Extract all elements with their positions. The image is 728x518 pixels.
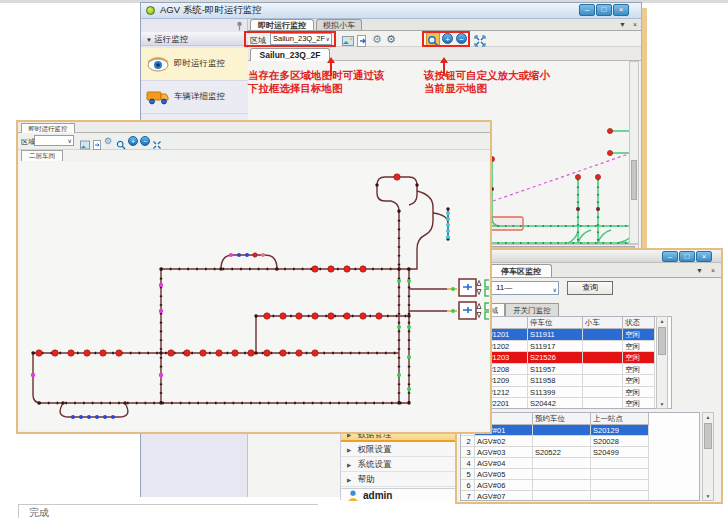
query-button[interactable]: 查询 xyxy=(567,281,613,295)
current-user-row[interactable]: admin xyxy=(341,488,461,501)
row-index: 5 xyxy=(461,469,475,480)
annotation-line: 该按钮可自定义放大或缩小 xyxy=(424,69,550,82)
parking-row-1[interactable]: Parking#1201 S11911 空闲 xyxy=(461,329,671,341)
tab-map-floor2[interactable]: 二层车间 xyxy=(21,150,63,161)
cell: 空闲 xyxy=(623,375,655,387)
subtab-door-monitor[interactable]: 开关门监控 xyxy=(505,303,559,316)
parking-titlebar[interactable]: – □ × xyxy=(457,250,721,263)
annotation-box-dropdown xyxy=(244,31,336,47)
image-icon[interactable] xyxy=(80,136,90,146)
panel-collapse-icon[interactable]: ▼ xyxy=(696,267,703,274)
window-title: AGV 系统-即时运行监控 xyxy=(160,4,262,17)
minimize-button[interactable]: – xyxy=(579,4,595,16)
cart-row-2[interactable]: 2 AGV#02 S20028 xyxy=(461,436,699,447)
truck-icon xyxy=(145,86,171,108)
cell xyxy=(591,491,649,501)
annotation-line: 当存在多区域地图时可通过该 xyxy=(248,69,385,82)
region-dropdown[interactable]: ∨ xyxy=(34,135,74,146)
col-reserved-spot: 预约车位 xyxy=(533,413,591,425)
sidebar-item-realtime-monitor[interactable]: 即时运行监控 xyxy=(141,48,248,81)
tab-realtime-monitor[interactable]: 即时运行监控 xyxy=(250,19,314,30)
parking-row-6[interactable]: Parking#1212 S11399 空闲 xyxy=(461,387,671,399)
panel-close-icon[interactable]: × xyxy=(711,267,715,274)
row-index: 6 xyxy=(461,480,475,491)
parking-row-5[interactable]: Parking#1209 S11958 空闲 xyxy=(461,375,671,387)
cart-row-5[interactable]: 5 AGV#05 xyxy=(461,469,699,480)
cell: AGV#03 xyxy=(475,447,533,458)
cell xyxy=(591,458,649,469)
fit-view-icon[interactable] xyxy=(152,136,162,146)
nav-item-system-settings[interactable]: ▶ 系统设置 xyxy=(341,457,461,472)
cell: S20442 xyxy=(528,398,583,409)
map-vscroll-thumb[interactable] xyxy=(631,160,637,200)
cart-table-scrollbar[interactable]: ▲ ▼ xyxy=(702,412,714,501)
export-icon[interactable] xyxy=(356,33,368,45)
cart-row-6[interactable]: 6 AGV#06 xyxy=(461,480,699,491)
tab-simulated-cart[interactable]: 模拟小车 xyxy=(316,19,362,30)
sidebar-section-header[interactable]: ▼ 运行监控 xyxy=(141,32,248,46)
scroll-thumb[interactable] xyxy=(658,327,666,355)
minimize-button[interactable]: – xyxy=(662,251,678,262)
row-index: 3 xyxy=(461,447,475,458)
col-parking-spot: 停车位 xyxy=(528,317,583,329)
cart-row-1[interactable]: 1 AGV#01 S20129 xyxy=(461,425,699,436)
panel-close-icon[interactable]: × xyxy=(633,21,637,28)
parking-table-scrollbar[interactable]: ▲ ▼ xyxy=(656,316,668,409)
cell: S11958 xyxy=(528,375,583,387)
track-map-canvas[interactable] xyxy=(19,161,489,430)
scroll-down-icon[interactable]: ▼ xyxy=(703,493,713,499)
cart-row-4[interactable]: 4 AGV#04 xyxy=(461,458,699,469)
parking-row-7[interactable]: Parking#2201 S20442 空闲 xyxy=(461,398,671,409)
scroll-up-icon[interactable]: ▲ xyxy=(657,318,667,324)
panel-collapse-icon[interactable]: ▼ xyxy=(619,21,626,28)
zoom-out-icon[interactable]: − xyxy=(140,136,150,146)
maximize-button[interactable]: □ xyxy=(679,251,695,262)
nav-item-permission-settings[interactable]: ▶ 权限设置 xyxy=(341,442,461,457)
close-button[interactable]: × xyxy=(613,4,629,16)
chevron-down-icon: ∨ xyxy=(68,136,72,146)
scroll-down-icon[interactable]: ▼ xyxy=(657,401,667,407)
parking-row-4[interactable]: Parking#1208 S11957 空闲 xyxy=(461,364,671,376)
station-dots xyxy=(36,174,400,356)
cell: S11957 xyxy=(528,364,583,376)
cart-row-3[interactable]: 3 AGV#03 S20522 S20499 xyxy=(461,447,699,458)
magnifier-icon[interactable] xyxy=(116,136,126,146)
zoom-in-icon[interactable]: + xyxy=(128,136,138,146)
tab-parking-monitor[interactable]: 停车区监控 xyxy=(490,264,552,277)
row-index: 7 xyxy=(461,491,475,501)
cell xyxy=(583,387,623,399)
scroll-thumb[interactable] xyxy=(704,423,712,449)
map-vertical-scrollbar[interactable] xyxy=(629,61,639,244)
cart-table-header: 小车 预约车位 上一站点 xyxy=(461,413,699,425)
fit-view-icon[interactable] xyxy=(474,33,486,45)
cart-row-7[interactable]: 7 AGV#07 xyxy=(461,491,699,501)
cell xyxy=(591,469,649,480)
cell: 空闲 xyxy=(623,387,655,399)
nav-item-help[interactable]: ▶ 帮助 xyxy=(341,472,461,487)
parking-row-3[interactable]: Parking#1203 S21526 空闲 xyxy=(461,352,671,364)
elevator-icon-2 xyxy=(459,302,489,319)
main-titlebar[interactable]: AGV 系统-即时运行监控 – □ × xyxy=(141,3,641,19)
gear-icon[interactable]: ⚙ xyxy=(372,33,384,45)
cell xyxy=(533,425,591,436)
sidebar-item-vehicle-detail[interactable]: 车辆详细监控 xyxy=(141,81,248,114)
tab-realtime-monitor[interactable]: 即时运行监控 xyxy=(21,123,75,133)
scroll-up-icon[interactable]: ▲ xyxy=(703,414,713,420)
gear-icon-2[interactable]: ⚙ xyxy=(386,33,398,45)
pin-icon[interactable] xyxy=(235,21,244,31)
tab-map-sailun[interactable]: Sailun_23Q_2F xyxy=(250,48,330,61)
maximize-button[interactable]: □ xyxy=(596,4,612,16)
window-controls: – □ × xyxy=(579,4,629,16)
triangle-right-icon: ▶ xyxy=(347,477,351,483)
gear-icon[interactable]: ⚙ xyxy=(104,136,114,146)
image-icon[interactable] xyxy=(342,33,354,45)
cell: 空闲 xyxy=(623,329,655,341)
parking-row-2[interactable]: Parking#1202 S11917 空闲 xyxy=(461,341,671,353)
cell xyxy=(583,375,623,387)
close-button[interactable]: × xyxy=(696,251,712,262)
cell: AGV#07 xyxy=(475,491,533,501)
main-toolbar: 区域 Sailun_23Q_2F ∨ ⚙ ⚙ xyxy=(248,31,642,47)
export-icon[interactable] xyxy=(92,136,102,146)
annotation-box-zoom xyxy=(422,31,470,47)
triangle-right-icon: ▶ xyxy=(347,462,351,468)
